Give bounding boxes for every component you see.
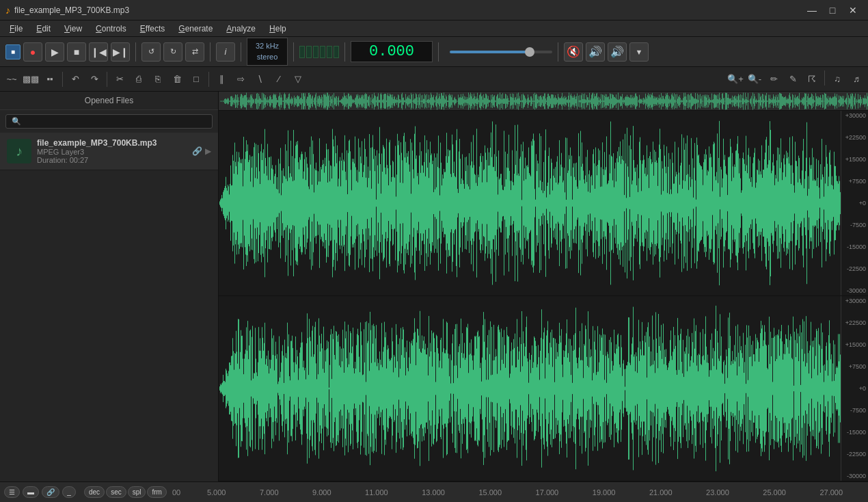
- search-input[interactable]: [24, 118, 206, 126]
- timeline-marker: 27.000: [819, 488, 843, 497]
- titlebar-controls: — □ ✕: [802, 1, 863, 20]
- zoom-selection-button[interactable]: ✎: [784, 70, 802, 88]
- link-button[interactable]: 🔗: [42, 486, 59, 498]
- copy-button[interactable]: ⎙: [130, 70, 148, 88]
- skip-back-button[interactable]: ❙◀: [89, 42, 108, 62]
- scale-label: +22500: [841, 319, 868, 326]
- file-duration: Duration: 00:27: [37, 156, 187, 164]
- sidebar: Opened Files 🔍 ♪ file_example_MP3_700KB.…: [0, 92, 219, 481]
- menu-controls[interactable]: Controls: [89, 21, 133, 36]
- search-icon: 🔍: [12, 117, 21, 126]
- redo-button[interactable]: ↷: [85, 70, 103, 88]
- join-button[interactable]: ⇨: [232, 70, 249, 88]
- record-button[interactable]: ●: [23, 42, 42, 62]
- timeline-marker: 9.000: [312, 488, 331, 497]
- paste-button[interactable]: ⎘: [149, 70, 167, 88]
- channel1-canvas: [219, 111, 841, 295]
- scale-label: -30000: [841, 473, 868, 479]
- maximize-button[interactable]: □: [823, 1, 842, 20]
- scale-label: -15000: [841, 243, 868, 250]
- menu-generate[interactable]: Generate: [172, 21, 219, 36]
- delete-button[interactable]: 🗑: [168, 70, 186, 88]
- scale-label: +0: [841, 200, 868, 207]
- fade-out-button[interactable]: ∕: [270, 70, 288, 88]
- zoom-in-button[interactable]: 🔍+: [727, 70, 744, 88]
- timeline-marker: 19.000: [593, 488, 616, 497]
- channel-1-waveform[interactable]: [219, 111, 841, 295]
- edit-toolbar: ~~ ▩▩ ▪▪ ↶ ↷ ✂ ⎙ ⎘ 🗑 □ ∥ ⇨ ∖ ∕ ▽ 🔍+ 🔍- ✏…: [0, 67, 868, 92]
- zoom-out-button[interactable]: 🔍-: [746, 70, 763, 88]
- sec-button[interactable]: sec: [106, 486, 126, 498]
- titlebar: ♪ file_example_MP3_700KB.mp3 — □ ✕: [0, 0, 868, 21]
- opened-files-header: Opened Files: [0, 92, 218, 110]
- cut-button[interactable]: ✂: [111, 70, 128, 88]
- channel-2-scale: +30000 +22500 +15000 +7500 +0 -7500 -150…: [841, 296, 868, 481]
- info-button[interactable]: i: [216, 42, 235, 62]
- bottom-time-value: 00: [172, 488, 180, 497]
- menu-file[interactable]: File: [3, 21, 29, 36]
- fade-in-button[interactable]: ∖: [251, 70, 269, 88]
- list-view-button[interactable]: ☰: [4, 486, 20, 498]
- tile-view-button[interactable]: ▬: [23, 486, 39, 498]
- crop-button[interactable]: □: [187, 70, 205, 88]
- channels: +30000 +22500 +15000 +7500 +0 -7500 -150…: [219, 111, 868, 481]
- file-name: file_example_MP3_700KB.mp3: [37, 138, 187, 148]
- search-bar[interactable]: 🔍: [5, 114, 213, 129]
- file-icon: ♪: [7, 139, 31, 163]
- meter-bar: [334, 46, 339, 58]
- menu-edit[interactable]: Edit: [29, 21, 57, 36]
- scale-label: +22500: [841, 134, 868, 141]
- menu-effects[interactable]: Effects: [133, 21, 172, 36]
- speaker-icon: 🔊: [586, 42, 605, 62]
- zoom-reset-button[interactable]: ☈: [803, 70, 821, 88]
- file-expand-icon[interactable]: ▶: [205, 146, 211, 156]
- select-tool-button[interactable]: ■: [5, 44, 21, 60]
- mute-button[interactable]: 🔇: [564, 42, 583, 62]
- dropdown-btn[interactable]: ▼: [629, 42, 649, 62]
- scrub-button[interactable]: ♫: [828, 70, 846, 88]
- trim-button[interactable]: ⇄: [185, 42, 204, 62]
- spl-button[interactable]: spl: [128, 486, 146, 498]
- format-display: 32 kHz stereo: [247, 38, 288, 66]
- menu-view[interactable]: View: [57, 21, 89, 36]
- spectrum-tool[interactable]: ▩▩: [22, 70, 40, 88]
- timeline-marker: 23.000: [706, 488, 729, 497]
- waveform-area: +30000 +22500 +15000 +7500 +0 -7500 -150…: [219, 92, 868, 481]
- menu-help[interactable]: Help: [262, 21, 293, 36]
- app-icon: ♪: [5, 5, 10, 16]
- timeline-marker: 7.000: [260, 488, 279, 497]
- file-item[interactable]: ♪ file_example_MP3_700KB.mp3 MPEG Layer3…: [0, 133, 218, 170]
- repeat-button[interactable]: ↻: [163, 42, 182, 62]
- loop-tool[interactable]: ♬: [847, 70, 865, 88]
- main-content: Opened Files 🔍 ♪ file_example_MP3_700KB.…: [0, 92, 868, 481]
- zoom-fit-button[interactable]: ✏: [765, 70, 783, 88]
- split-button[interactable]: ∥: [213, 70, 230, 88]
- spectrogram-tool[interactable]: ▪▪: [41, 70, 59, 88]
- volume-slider[interactable]: [450, 51, 552, 53]
- frm-button[interactable]: frm: [147, 486, 166, 498]
- play-button[interactable]: ▶: [45, 42, 64, 62]
- overview-waveform[interactable]: [219, 92, 868, 111]
- minimize-button[interactable]: —: [802, 1, 822, 20]
- dec-button[interactable]: dec: [84, 486, 105, 498]
- file-type: MPEG Layer3: [37, 148, 187, 156]
- titlebar-left: ♪ file_example_MP3_700KB.mp3: [5, 5, 129, 16]
- undo-button[interactable]: ↶: [66, 70, 84, 88]
- skip-forward-button[interactable]: ▶❙: [111, 42, 130, 62]
- meter-bar: [299, 46, 305, 58]
- normalize-button[interactable]: ▽: [289, 70, 307, 88]
- meter-bar: [320, 46, 325, 58]
- waveform-tool[interactable]: ~~: [3, 70, 21, 88]
- loop-button[interactable]: ↺: [141, 42, 161, 62]
- menu-analyze[interactable]: Analyze: [219, 21, 262, 36]
- level-meters: [299, 46, 339, 58]
- close-button[interactable]: ✕: [843, 1, 863, 20]
- timeline-marker: 5.000: [207, 488, 226, 497]
- volume-knob[interactable]: [525, 47, 534, 57]
- channel-2-waveform[interactable]: [219, 296, 841, 481]
- pin-button[interactable]: ⎯: [62, 486, 76, 498]
- timeline-marker: 21.000: [649, 488, 673, 497]
- channels: stereo: [253, 52, 282, 62]
- file-link-icon[interactable]: 🔗: [192, 146, 202, 156]
- stop-button[interactable]: ■: [67, 42, 86, 62]
